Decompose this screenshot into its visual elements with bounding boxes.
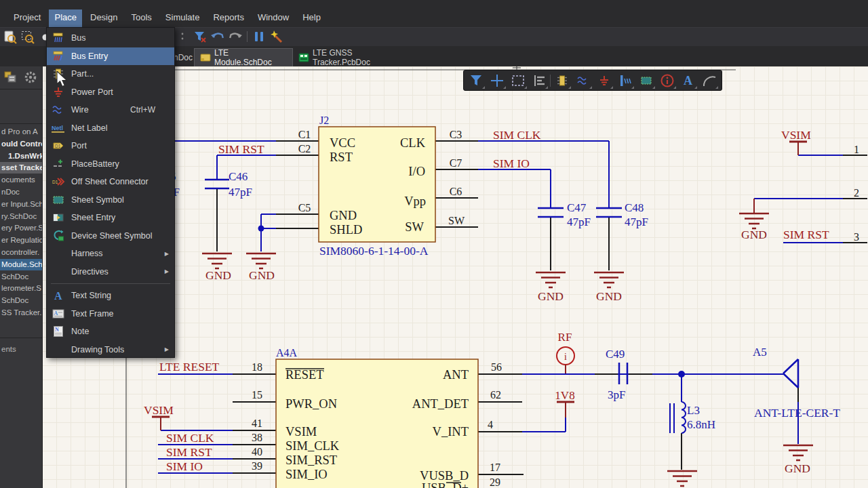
project-tree-item-d-pro-on-a[interactable]: d Pro on A	[0, 126, 43, 138]
tab-label: LTE Module.SchDoc	[214, 48, 287, 67]
sim-connector-j2[interactable]: J2 SIM8060-6-1-14-00-A VCC RST GND SHLD …	[298, 115, 465, 258]
place-menu-item-off-sheet-connector[interactable]: D1Off Sheet Connector	[47, 173, 174, 191]
place-menu-item-bus-entry[interactable]: Bus Entry	[47, 47, 174, 66]
off-sheet-icon: D1	[50, 175, 67, 188]
place-menu-item-wire[interactable]: WireCtrl+W	[47, 101, 174, 119]
interactive-wand-icon[interactable]	[269, 29, 285, 44]
active-bar-arc-icon[interactable]	[698, 70, 719, 90]
project-tree-item-1-dsnwrk[interactable]: 1.DsnWrk	[0, 150, 43, 162]
undo-icon[interactable]	[210, 29, 226, 44]
gnd-symbol[interactable]	[783, 445, 813, 460]
gnd-label: GND	[741, 228, 767, 241]
pin-number: 62	[490, 389, 501, 401]
project-tree-item-ery-power-sc[interactable]: ery Power.Sc	[0, 222, 43, 234]
place-menu-item-bus[interactable]: Bus	[47, 29, 174, 47]
active-bar-align-icon[interactable]	[528, 70, 549, 90]
power-port-vsim[interactable]	[152, 417, 170, 430]
gnd-symbol[interactable]	[667, 471, 697, 486]
text-string-icon: A	[50, 289, 67, 302]
place-menu-item-note[interactable]: NNote	[47, 323, 174, 341]
place-menu-item-text-frame[interactable]: AText Frame	[47, 305, 174, 323]
menu-item-label: Sheet Entry	[71, 213, 115, 222]
project-tree-item-sset-tracke[interactable]: sset Tracke	[0, 162, 43, 174]
pin-name: SHLD	[330, 223, 362, 237]
active-bar-text-icon[interactable]: A	[677, 70, 698, 90]
menubar-item-window[interactable]: Window	[252, 9, 294, 27]
pin-name: VUSB_D	[420, 469, 469, 483]
gnd-symbol[interactable]	[739, 199, 769, 228]
tab-lte-module-schdoc[interactable]: LTE Module.SchDoc	[194, 48, 293, 66]
menubar-item-place[interactable]: Place	[49, 9, 82, 27]
gnd-symbol[interactable]	[536, 272, 566, 287]
project-tree-item-ocontroller[interactable]: ocontroller.	[0, 247, 43, 258]
gnd-symbol[interactable]	[202, 253, 232, 268]
menubar-item-project[interactable]: Project	[8, 9, 46, 27]
cross-probe-icon[interactable]	[251, 29, 267, 44]
place-menu-item-device-sheet-symbol[interactable]: Device Sheet Symbol	[47, 227, 174, 245]
project-tree-item-ss-tracker-p[interactable]: SS Tracker.P	[0, 307, 43, 319]
redo-icon[interactable]	[227, 29, 243, 44]
place-menu-item-directives[interactable]: Directives▶	[47, 263, 174, 281]
active-bar-filter-icon[interactable]	[465, 70, 486, 90]
place-menu-item-net-label[interactable]: NetlNet Label	[47, 119, 174, 138]
place-menu-item-sheet-symbol[interactable]: Sheet Symbol	[47, 191, 174, 209]
project-tree-item-er-regulatio[interactable]: er Regulatio	[0, 235, 43, 246]
project-tree-item-ndoc[interactable]: nDoc	[0, 186, 43, 198]
project-tree-item-ocuments[interactable]: ocuments	[0, 174, 43, 186]
part-values[interactable]: C46 47pF C47 47pF C48 47pF C49 3pF L3 6.…	[167, 170, 840, 431]
tab-label: hDoc	[174, 53, 193, 62]
gnd-label: GND	[785, 462, 810, 475]
menubar-item-help[interactable]: Help	[297, 9, 326, 27]
gnd-symbol[interactable]	[246, 253, 276, 268]
place-menu-item-placebattery[interactable]: PlaceBattery	[47, 155, 174, 174]
rf-directive[interactable]: i	[557, 347, 574, 373]
place-menu-item-harness[interactable]: Harness▶	[47, 245, 174, 263]
place-menu-item-port[interactable]: D1Port	[47, 137, 174, 155]
inductor-l3[interactable]	[670, 402, 686, 433]
place-menu-item-drawing-tools[interactable]: Drawing Tools▶	[47, 341, 174, 359]
project-tree-item-schdoc[interactable]: SchDoc	[0, 271, 43, 283]
menubar-item-simulate[interactable]: Simulate	[160, 9, 205, 27]
gnd-symbol[interactable]	[594, 272, 624, 287]
pin-number: 39	[252, 460, 262, 472]
power-port-vsim[interactable]	[789, 142, 807, 155]
project-tree-item-er-input-sch[interactable]: er Input.Sch	[0, 199, 43, 210]
menu-item-label: PlaceBattery	[71, 159, 119, 169]
project-tree-item-ry-schdoc[interactable]: ry.SchDoc	[0, 211, 43, 222]
menubar-item-reports[interactable]: Reports	[208, 9, 250, 27]
panel-documents-icon[interactable]	[3, 69, 18, 88]
place-menu-item-sheet-entry[interactable]: Sheet Entry	[47, 209, 174, 227]
capacitor-c47[interactable]	[538, 208, 564, 217]
active-bar-selection-icon[interactable]	[507, 70, 528, 90]
active-bar-no-erc-icon[interactable]	[656, 70, 677, 90]
place-menu-item-text-string[interactable]: AText String	[47, 287, 174, 305]
gear-icon[interactable]	[23, 69, 38, 88]
active-bar-wire-icon[interactable]	[572, 70, 593, 90]
menubar-item-tools[interactable]: Tools	[125, 9, 157, 27]
gnd-label: GND	[538, 289, 564, 303]
active-bar-part-icon[interactable]	[551, 70, 572, 90]
active-bar-bus-entry-bar-icon[interactable]	[614, 70, 635, 90]
ref-c48: C48	[625, 201, 644, 214]
capacitor-c46[interactable]	[205, 180, 229, 188]
active-bar-toolbar[interactable]: A	[463, 70, 722, 91]
project-tree-item-schdoc[interactable]: SchDoc	[0, 295, 43, 306]
project-tree-item-module-sch[interactable]: Module.Sch	[0, 259, 43, 270]
menubar-item-design[interactable]: Design	[85, 9, 123, 27]
antenna-symbol[interactable]	[783, 359, 798, 388]
pin-number: 56	[491, 361, 502, 373]
project-tree-item-lerometer-s[interactable]: lerometer.S	[0, 283, 43, 294]
active-bar-power-port-icon[interactable]	[593, 70, 614, 90]
zoom-area-icon[interactable]	[20, 30, 36, 45]
clear-filter-icon[interactable]	[192, 29, 208, 44]
active-bar-cross-cursor-icon[interactable]	[486, 70, 507, 90]
active-bar-sheet-symbol-icon[interactable]	[635, 70, 656, 90]
zoom-document-icon[interactable]	[2, 30, 18, 45]
connector-pin-numbers: 1 2 3	[854, 144, 859, 243]
pin-number: 38	[252, 432, 262, 443]
power-port-1v8[interactable]	[557, 402, 574, 418]
capacitor-c48[interactable]	[596, 208, 622, 217]
lte-module-a4a[interactable]: A4A RESET PWR_ON VSIM SIM_CLK SIM_RST SI…	[252, 347, 502, 488]
project-tree-item-ould-contro[interactable]: ould Contro	[0, 138, 43, 150]
tab-lte-gnss-tracker-pcbdoc[interactable]: LTE GNSS Tracker.PcbDoc	[293, 48, 415, 66]
